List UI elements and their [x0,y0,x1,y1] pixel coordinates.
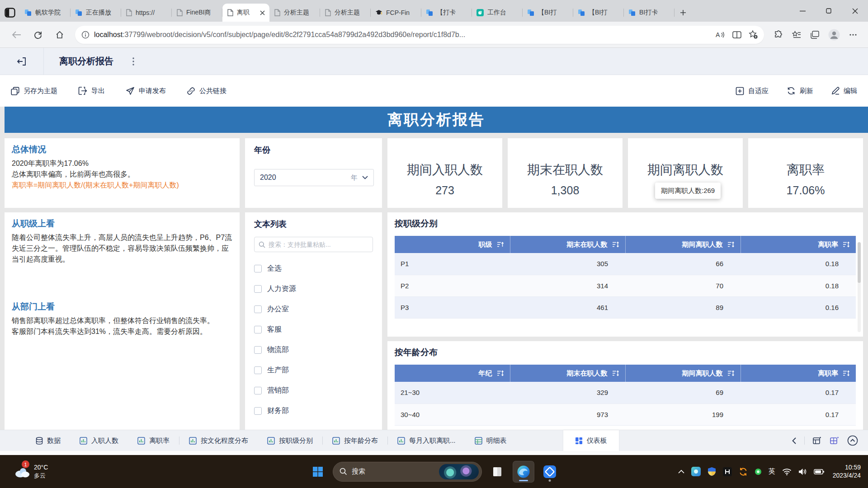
taskbar-search[interactable]: 搜索 [333,462,482,482]
more-options-icon[interactable] [132,57,134,66]
weather-widget[interactable]: 1 20°C 多云 [10,455,52,488]
checkbox[interactable] [254,326,262,333]
start-button[interactable] [307,461,328,482]
sort-asc-icon[interactable] [497,241,504,248]
sort-icon[interactable] [843,370,850,376]
green-status-icon[interactable] [755,468,762,475]
taskbar-app-window[interactable] [486,461,508,483]
split-screen-icon[interactable] [732,31,741,38]
browser-tab[interactable]: 帆软学院 [20,4,71,22]
ime-indicator[interactable]: 英 [769,467,775,476]
photo-app-icon[interactable] [691,467,701,476]
list-item[interactable]: 生产部 [254,360,373,380]
column-header[interactable]: 期间离职人数 [625,365,741,382]
sheet-tab-by-level[interactable]: 按职级分别 [258,430,322,451]
list-item[interactable]: 财务部 [254,401,373,421]
sheet-tab-by-education[interactable]: 按文化程度分布 [179,430,258,451]
favorites-bar-icon[interactable] [792,31,801,39]
sheet-tab-data[interactable]: 数据 [26,430,70,451]
search-highlight-image[interactable] [439,464,479,479]
window-maximize-icon[interactable] [816,0,842,22]
column-header[interactable]: 离职率 [741,236,856,253]
save-as-theme-button[interactable]: 另存为主题 [11,87,57,95]
exit-icon[interactable] [0,56,43,66]
column-header[interactable]: 期间离职人数 [625,236,741,253]
sheet-tab-by-age[interactable]: 按年龄分布 [323,430,387,451]
column-header[interactable]: 期末在职人数 [510,365,625,382]
battery-icon[interactable] [814,469,824,474]
sort-icon[interactable] [612,370,619,376]
browser-tab[interactable]: https:// [121,4,172,22]
collapse-up-icon[interactable] [847,435,858,446]
taskbar-app-edge[interactable] [513,461,534,483]
refresh-button[interactable]: 刷新 [787,87,813,95]
sheet-tab-detail[interactable]: 明细表 [465,430,516,451]
list-item[interactable]: 人力资源 [254,279,373,299]
sheet-tab-dashboard-active[interactable]: 仪表板 [563,430,619,451]
column-header[interactable]: 离职率 [741,365,856,382]
table-row[interactable]: 30~40 973 199 0.17 [395,404,856,425]
browser-tab-active[interactable]: 离职 [222,4,269,22]
text-list-search[interactable] [254,237,373,252]
kpi-card-attrition-rate[interactable]: 离职率 17.06% [748,138,863,208]
scroll-left-icon[interactable] [792,437,796,444]
favorite-star-icon[interactable] [749,30,758,39]
edit-button[interactable]: 编辑 [831,87,857,95]
add-component-icon[interactable] [813,436,822,445]
tab-workspaces-icon[interactable] [0,4,20,22]
sheet-tab-attrition[interactable]: 离职率 [128,430,179,451]
browser-tab[interactable]: 工作台 [472,4,523,22]
sort-icon[interactable] [843,241,850,248]
browser-tab[interactable]: FCP-Fin [371,4,421,22]
profile-avatar[interactable] [828,29,840,41]
window-close-icon[interactable] [842,0,868,22]
table-row[interactable]: P2 314 70 0.18 [395,275,856,296]
checkbox[interactable] [254,366,262,374]
year-select[interactable]: 2020 年 [254,169,374,186]
list-item[interactable]: 物流部 [254,340,373,360]
browser-tab[interactable]: FineBI商 [172,4,222,22]
sort-icon[interactable] [727,370,735,376]
table-row[interactable]: P1 305 66 0.18 [395,253,856,275]
list-item[interactable]: 营销部 [254,380,373,401]
address-bar[interactable]: localhost:37799/webroot/decision/v5/conf… [75,26,764,44]
browser-menu-icon[interactable] [849,33,857,36]
list-item[interactable]: 全选 [254,258,373,279]
sort-icon[interactable] [497,370,504,376]
sort-icon[interactable] [727,241,735,248]
collections-icon[interactable] [810,31,819,39]
list-item[interactable]: 办公室 [254,299,373,319]
table-scrollbar[interactable] [858,242,861,332]
app-black-icon[interactable] [723,467,732,476]
column-header[interactable]: 年纪 [395,365,510,382]
sort-icon[interactable] [612,241,619,248]
checkbox[interactable] [254,265,262,272]
adaptive-button[interactable]: 自适应 [736,87,769,95]
window-minimize-icon[interactable] [789,0,816,22]
column-header[interactable]: 期末在职人数 [510,236,625,253]
checkbox[interactable] [254,285,262,293]
read-aloud-icon[interactable]: A [715,31,725,39]
search-input[interactable] [269,241,368,248]
back-icon[interactable] [7,26,25,44]
security-shield-icon[interactable] [708,467,716,476]
checkbox[interactable] [254,387,262,394]
browser-tab[interactable]: 分析主题 [320,4,371,22]
volume-icon[interactable] [798,468,807,475]
browser-tab[interactable]: 【BI打 [573,4,624,22]
taskbar-app-blue[interactable] [539,461,561,483]
extensions-icon[interactable] [774,30,783,39]
sync-icon[interactable] [739,467,748,476]
kpi-card-hires[interactable]: 期间入职人数 273 [387,138,502,208]
browser-tab[interactable]: 【打卡 [421,4,472,22]
apply-publish-button[interactable]: 申请发布 [126,87,166,95]
taskbar-clock[interactable]: 10:59 2023/4/24 [833,464,861,479]
sheet-tab-monthly[interactable]: 每月入职离职... [388,430,465,451]
home-icon[interactable] [51,26,69,44]
kpi-card-headcount[interactable]: 期末在职人数 1,308 [508,138,623,208]
export-button[interactable]: 导出 [78,87,105,95]
table-row[interactable]: P3 461 89 0.16 [395,296,856,318]
tab-close-icon[interactable] [260,10,265,15]
browser-tab[interactable]: 【BI打 [523,4,573,22]
site-info-icon[interactable] [81,31,90,39]
